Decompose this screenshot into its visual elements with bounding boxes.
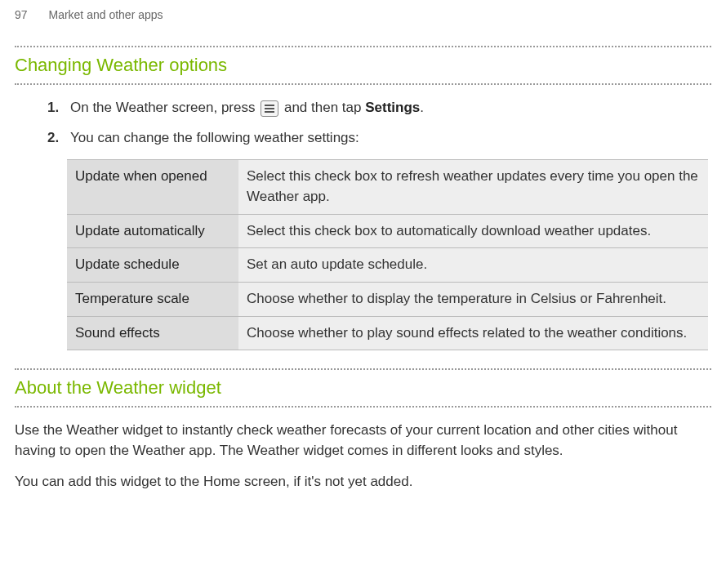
list-item: 1. On the Weather screen, press and then… bbox=[47, 98, 711, 118]
chapter-title: Market and other apps bbox=[48, 8, 163, 21]
step1-bold: Settings bbox=[365, 100, 420, 115]
setting-desc: Select this check box to automatically d… bbox=[238, 214, 708, 248]
step-body: You can change the following weather set… bbox=[70, 128, 711, 350]
setting-desc: Choose whether to display the temperatur… bbox=[238, 283, 708, 317]
step1-post: . bbox=[420, 100, 424, 115]
settings-table: Update when opened Select this check box… bbox=[67, 159, 708, 350]
step1-mid: and then tap bbox=[284, 100, 365, 115]
section-about-weather-widget: About the Weather widget Use the Weather… bbox=[15, 368, 711, 492]
table-row: Update when opened Select this check box… bbox=[67, 160, 708, 214]
setting-desc: Choose whether to play sound effects rel… bbox=[238, 316, 708, 350]
step-number: 1. bbox=[47, 98, 70, 118]
paragraph: Use the Weather widget to instantly chec… bbox=[15, 421, 711, 461]
page-number: 97 bbox=[15, 7, 28, 23]
steps-list: 1. On the Weather screen, press and then… bbox=[15, 98, 711, 350]
step1-pre: On the Weather screen, press bbox=[70, 100, 259, 115]
setting-label: Temperature scale bbox=[67, 283, 238, 317]
setting-label: Update automatically bbox=[67, 214, 238, 248]
setting-desc: Set an auto update schedule. bbox=[238, 248, 708, 283]
step2-text: You can change the following weather set… bbox=[70, 130, 359, 145]
svg-rect-1 bbox=[265, 108, 274, 109]
table-row: Update schedule Set an auto update sched… bbox=[67, 248, 708, 283]
setting-label: Update schedule bbox=[67, 248, 238, 283]
setting-label: Sound effects bbox=[67, 316, 238, 350]
menu-icon bbox=[261, 100, 278, 117]
section-heading-about-widget: About the Weather widget bbox=[15, 368, 711, 408]
table-row: Temperature scale Choose whether to disp… bbox=[67, 283, 708, 317]
page-header: 97 Market and other apps bbox=[15, 7, 711, 23]
step-body: On the Weather screen, press and then ta… bbox=[70, 98, 711, 118]
table-row: Update automatically Select this check b… bbox=[67, 214, 708, 248]
list-item: 2. You can change the following weather … bbox=[47, 128, 711, 350]
section-heading-changing-weather-options: Changing Weather options bbox=[15, 46, 711, 85]
paragraph: You can add this widget to the Home scre… bbox=[15, 472, 711, 492]
table-row: Sound effects Choose whether to play sou… bbox=[67, 316, 708, 350]
setting-label: Update when opened bbox=[67, 160, 238, 214]
svg-rect-2 bbox=[265, 111, 274, 113]
svg-rect-0 bbox=[265, 105, 274, 106]
setting-desc: Select this check box to refresh weather… bbox=[238, 160, 708, 214]
